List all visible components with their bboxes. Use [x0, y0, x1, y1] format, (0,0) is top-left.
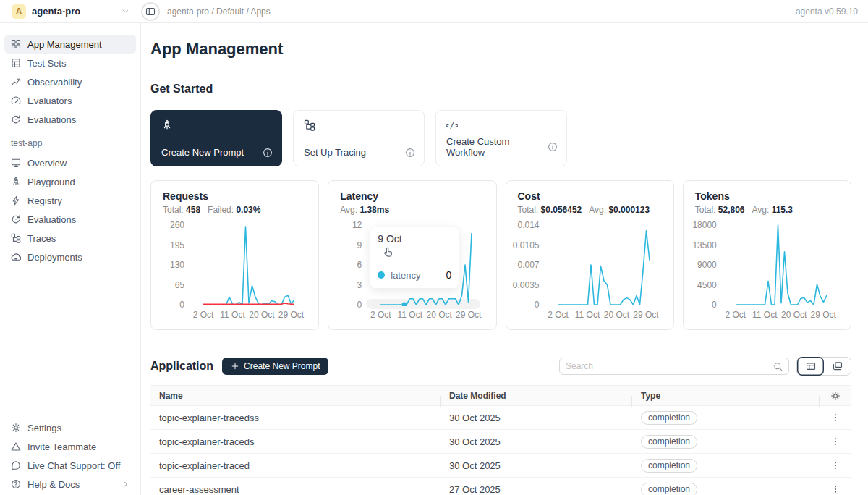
y-tick-label: 0: [684, 300, 717, 310]
sidebar-footer-item-invite-teammate[interactable]: Invite Teammate: [4, 437, 136, 456]
sidebar-item-evaluators[interactable]: Evaluators: [4, 91, 136, 110]
rocket-icon: [11, 177, 21, 187]
metric-charts: RequestsTotal: 458Failed: 0.03%065130195…: [150, 180, 851, 330]
table-view-button[interactable]: [797, 357, 824, 376]
monitor-icon: [11, 158, 21, 168]
x-tick-label: 11 Oct: [220, 310, 244, 320]
create-new-prompt-label: Create New Prompt: [244, 361, 320, 371]
sidebar-app-item-playground-label: Playground: [27, 177, 75, 187]
get-started-cards: Create New PromptSet Up Tracing</>Create…: [150, 110, 851, 166]
sidebar-app-item-playground[interactable]: Playground: [4, 172, 136, 191]
sidebar-item-observability[interactable]: Observability: [4, 72, 136, 91]
create-new-prompt-button[interactable]: Create New Prompt: [222, 358, 328, 375]
cell-name: topic-explainer-traceds: [150, 436, 441, 447]
type-tag: completion: [641, 435, 697, 449]
row-menu-button[interactable]: [820, 484, 851, 494]
sidebar-app-item-traces[interactable]: Traces: [4, 229, 136, 248]
search-input[interactable]: [566, 361, 773, 371]
chart-title: Requests: [163, 190, 208, 202]
dots-vertical-icon[interactable]: [830, 436, 841, 447]
breadcrumb[interactable]: agenta-pro / Default / Apps: [167, 7, 271, 17]
row-menu-button[interactable]: [820, 436, 851, 447]
x-tick-label: 29 Oct: [811, 310, 836, 320]
sidebar-item-evaluators-label: Evaluators: [27, 96, 72, 106]
svg-text:</>: </>: [446, 121, 458, 130]
legend-series-name: latency: [391, 270, 420, 281]
chat-icon: [11, 460, 21, 470]
dots-vertical-icon[interactable]: [830, 412, 841, 423]
sidebar-main-nav: App ManagementTest SetsObservabilityEval…: [4, 35, 136, 129]
cell-name: topic-explainer-tracedss: [150, 412, 441, 423]
sidebar-app-item-evaluations[interactable]: Evaluations: [4, 210, 136, 229]
info-icon[interactable]: [263, 148, 273, 158]
get-started-card-set-up-tracing[interactable]: Set Up Tracing: [293, 110, 425, 166]
sidebar-item-test-sets[interactable]: Test Sets: [4, 54, 136, 72]
dots-vertical-icon[interactable]: [830, 460, 841, 470]
code-icon: </>: [446, 119, 458, 131]
observability-icon: [11, 77, 21, 87]
sidebar-toggle-button[interactable]: [141, 2, 160, 21]
info-icon[interactable]: [548, 142, 558, 152]
x-axis: 2 Oct11 Oct20 Oct29 Oct: [547, 310, 655, 320]
sidebar-item-app-management[interactable]: App Management: [4, 35, 136, 54]
x-tick-label: 11 Oct: [752, 310, 777, 320]
card-view-button[interactable]: [824, 357, 851, 376]
dots-vertical-icon[interactable]: [830, 484, 841, 494]
triangle-icon: [11, 441, 21, 452]
sidebar-app-item-evaluations-label: Evaluations: [27, 214, 76, 225]
chart-tooltip: 9 Octlatency0: [370, 227, 459, 288]
gear-icon[interactable]: [830, 391, 841, 401]
apps-table: NameDate ModifiedType topic-explainer-tr…: [150, 385, 851, 495]
chart-title: Tokens: [695, 190, 730, 202]
row-menu-button[interactable]: [820, 412, 851, 423]
sidebar-item-test-sets-label: Test Sets: [27, 58, 66, 69]
sidebar-app-item-registry[interactable]: Registry: [4, 191, 136, 210]
row-menu-button[interactable]: [820, 460, 851, 470]
sidebar-footer-item-settings[interactable]: Settings: [4, 418, 136, 437]
sidebar: App ManagementTest SetsObservabilityEval…: [0, 23, 141, 495]
y-tick-label: 0: [151, 300, 184, 310]
sidebar-footer-nav: SettingsInvite TeammateLive Chat Support…: [4, 418, 136, 494]
y-tick-label: 12: [328, 220, 362, 230]
view-toggle: [796, 357, 851, 376]
sidebar-footer-item-help-docs-label: Help & Docs: [27, 479, 80, 490]
sidebar-app-item-registry-label: Registry: [27, 195, 62, 206]
info-icon[interactable]: [405, 148, 415, 158]
sidebar-footer-item-help-docs[interactable]: Help & Docs: [4, 475, 136, 494]
y-tick-label: 0.007: [506, 260, 540, 270]
chart-plot-area[interactable]: [724, 223, 833, 306]
tooltip-legend-row: latency0: [378, 269, 451, 281]
table-body: topic-explainer-tracedss30 Oct 2025compl…: [150, 406, 851, 495]
sidebar-app-item-deployments[interactable]: Deployments: [4, 248, 136, 266]
y-tick-label: 0.0035: [506, 280, 540, 290]
get-started-card-create-new-prompt[interactable]: Create New Prompt: [150, 110, 282, 166]
chart-card-cost: CostTotal: $0.056452Avg: $0.00012300.003…: [506, 180, 674, 330]
application-heading: Application: [150, 360, 213, 373]
chart-plot-area[interactable]: [547, 223, 655, 306]
y-tick-label: 6: [328, 260, 362, 270]
sidebar-footer-item-live-chat-support-off-label: Live Chat Support: Off: [27, 460, 120, 471]
evaluations-icon: [11, 214, 21, 224]
rocket-icon: [161, 119, 173, 131]
table-row-topic-explainer-tracedss[interactable]: topic-explainer-tracedss30 Oct 2025compl…: [150, 406, 851, 430]
sidebar-app-item-overview[interactable]: Overview: [4, 153, 136, 172]
workspace-selector[interactable]: A agenta-pro: [0, 4, 137, 19]
chart-plot-area[interactable]: [192, 223, 300, 306]
sidebar-footer-item-invite-teammate-label: Invite Teammate: [27, 441, 96, 452]
table-row-topic-explainer-traced[interactable]: topic-explainer-traced30 Oct 2025complet…: [150, 454, 851, 478]
sidebar-app-nav: OverviewPlaygroundRegistryEvaluationsTra…: [4, 153, 136, 266]
sidebar-footer-item-live-chat-support-off[interactable]: Live Chat Support: Off: [4, 456, 136, 475]
y-axis: 0450090001350018000: [684, 223, 720, 306]
legend-dot: [378, 271, 385, 279]
search-icon[interactable]: [773, 362, 783, 371]
table-row-career-assessment[interactable]: career-assessment27 Oct 2025completion: [150, 478, 851, 495]
get-started-card-create-custom-workflow[interactable]: </>Create Custom Workflow: [435, 110, 567, 166]
y-tick-label: 0.014: [506, 220, 540, 230]
y-tick-label: 130: [151, 260, 184, 270]
x-tick-label: 11 Oct: [575, 310, 600, 320]
sidebar-item-evaluations[interactable]: Evaluations: [4, 110, 136, 129]
sidebar-section-label: test-app: [4, 138, 136, 148]
evaluators-icon: [11, 96, 21, 106]
chart-stats: Avg: 1.38ms: [340, 205, 396, 215]
table-row-topic-explainer-traceds[interactable]: topic-explainer-traceds30 Oct 2025comple…: [150, 430, 851, 454]
